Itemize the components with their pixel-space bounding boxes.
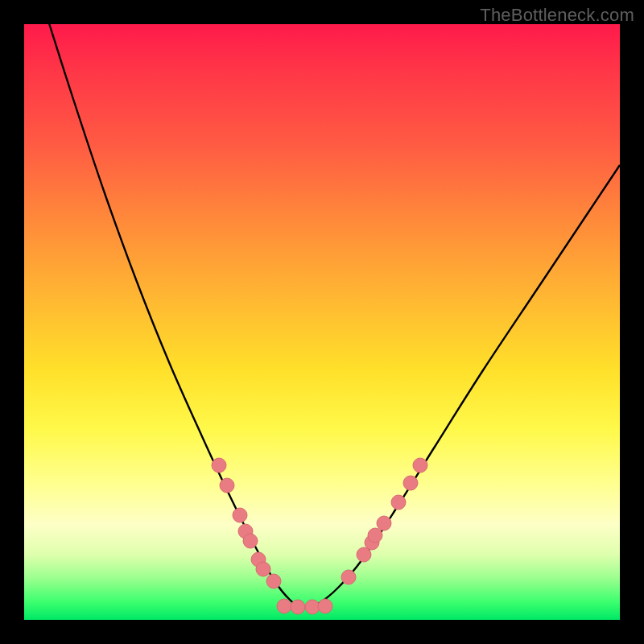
- marker-point: [212, 458, 226, 473]
- marker-point: [341, 570, 356, 584]
- marker-point: [266, 574, 281, 588]
- marker-point: [233, 508, 247, 522]
- bottleneck-chart: [24, 24, 620, 620]
- marker-point: [277, 599, 291, 613]
- marker-point: [220, 478, 234, 493]
- marker-point: [243, 534, 258, 548]
- marker-point: [391, 495, 406, 510]
- bottleneck-curve-path: [44, 8, 620, 607]
- outer-frame: TheBottleneck.com: [0, 0, 644, 644]
- marker-point: [368, 528, 382, 543]
- marker-point: [318, 599, 332, 613]
- marker-group: [212, 458, 427, 614]
- marker-point: [377, 516, 391, 530]
- marker-point: [403, 476, 418, 490]
- marker-point: [413, 458, 427, 473]
- marker-point: [305, 600, 320, 614]
- marker-point: [291, 600, 305, 614]
- watermark-text: TheBottleneck.com: [480, 5, 634, 26]
- marker-point: [256, 562, 270, 576]
